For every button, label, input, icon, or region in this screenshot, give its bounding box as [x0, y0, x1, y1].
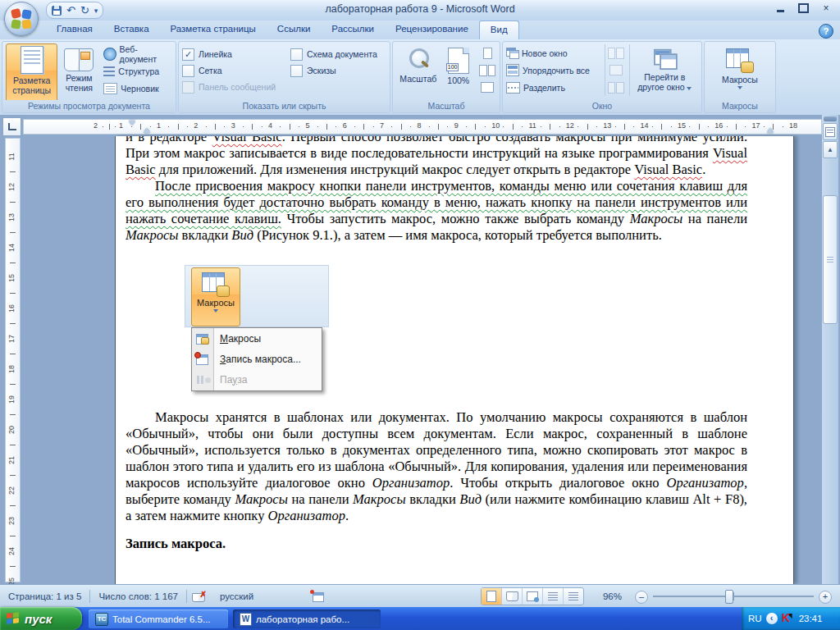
tab-glavnaya[interactable]: Главная	[46, 21, 103, 39]
kaspersky-icon[interactable]: K	[782, 613, 793, 624]
ruler-number: 15	[678, 121, 686, 130]
draft-view-button[interactable]: Черновик	[103, 80, 172, 97]
vertical-ruler[interactable]: 111213141516171819202122232425	[5, 138, 21, 582]
new-window-icon	[506, 48, 518, 58]
zoom-out-icon[interactable]: –	[635, 591, 648, 604]
checkbox-document-map[interactable]: Схема документа	[290, 46, 377, 62]
horizontal-ruler[interactable]: 21123456789101112131415161718	[23, 119, 822, 135]
outline-view-button[interactable]	[543, 588, 564, 605]
web-view-button[interactable]	[523, 588, 543, 605]
ruler-toggle-button[interactable]	[823, 123, 838, 140]
restore-button[interactable]	[796, 2, 810, 14]
menu-item-label: Пауза	[220, 374, 247, 386]
group-label: Макросы	[705, 100, 775, 112]
new-window-button[interactable]: Новое окно	[506, 44, 605, 62]
document-paragraph[interactable]: После присвоения макросу кнопки панели и…	[126, 178, 747, 244]
document-page[interactable]: и в редакторе Visual Basic. Первый спосо…	[115, 136, 794, 584]
group-window: Новое окно Упорядочить все Разделить	[502, 41, 702, 113]
zoom-100-button[interactable]: 100 100%	[441, 43, 477, 103]
hide-icons-chevron[interactable]: ‹	[766, 613, 778, 624]
group-label: Окно	[503, 100, 701, 112]
tab-rassylki[interactable]: Рассылки	[321, 21, 385, 39]
two-pages-button[interactable]	[478, 62, 496, 78]
macros-button[interactable]: Макросы	[710, 43, 769, 103]
ruler-number: 6	[343, 121, 347, 130]
tab-ssylki[interactable]: Ссылки	[267, 21, 322, 39]
group-macros: Макросы Макросы	[704, 41, 776, 113]
status-bar: Страница: 1 из 5 Число слов: 1 167 ✗ рус…	[0, 584, 840, 608]
language-bar[interactable]: RU	[748, 614, 762, 623]
reading-mode-button[interactable]: Режим чтения	[57, 43, 100, 103]
web-layout-button[interactable]: Веб-документ	[103, 45, 172, 62]
web-icon	[527, 591, 538, 601]
ruler-number: 14	[641, 121, 649, 130]
windows-flag-icon	[7, 612, 20, 625]
page-indicator[interactable]: Страница: 1 из 5	[0, 591, 89, 601]
checkbox-message-bar: Панель сообщений	[182, 79, 290, 95]
task-word-document[interactable]: W лабораторная рабо...	[233, 609, 381, 628]
document-paragraph[interactable]: и в редакторе Visual Basic. Первый спосо…	[126, 136, 747, 178]
language-indicator[interactable]: русский	[212, 591, 262, 601]
tab-recenzirovanie[interactable]: Рецензирование	[385, 21, 479, 39]
outline-view-button[interactable]: Структура	[103, 62, 172, 80]
page-width-button[interactable]	[478, 80, 496, 95]
close-button[interactable]: ×	[819, 2, 833, 14]
document-paragraph[interactable]: Макросы хранятся в шаблонах или документ…	[126, 409, 747, 524]
ruler-number: 8	[417, 121, 421, 130]
checkbox-gridlines[interactable]: Сетка	[182, 62, 290, 79]
ruler-number: 14	[7, 244, 16, 252]
task-total-commander[interactable]: TC Total Commander 6.5...	[89, 609, 228, 628]
tab-vid[interactable]: Вид	[479, 21, 519, 39]
menu-item-label: Запись макроса...	[220, 354, 301, 365]
first-line-indent-marker[interactable]	[129, 121, 135, 126]
document-text[interactable]: и в редакторе Visual Basic. Первый спосо…	[126, 136, 747, 552]
ruler-number: 17	[752, 121, 760, 130]
switch-windows-button[interactable]: Перейти в другое окно	[632, 44, 698, 103]
sync-scroll-icon	[609, 65, 623, 75]
checkbox-ruler[interactable]: ✓ Линейка	[182, 46, 290, 62]
vertical-scrollbar[interactable]: ▲	[822, 115, 838, 584]
reset-window-position-button	[607, 80, 625, 95]
tab-vstavka[interactable]: Вставка	[103, 21, 160, 39]
menu-item-macros[interactable]: Макросы	[192, 328, 322, 349]
total-commander-icon: TC	[95, 613, 108, 626]
office-button[interactable]	[4, 2, 39, 36]
ruler-number: 18	[789, 121, 797, 130]
zoom-button[interactable]: Масштаб	[396, 43, 441, 103]
ribbon: Разметка страницы Режим чтения Веб-докум…	[0, 39, 840, 116]
split-button[interactable]: Разделить	[506, 79, 605, 96]
scroll-up-button[interactable]: ▲	[823, 141, 838, 158]
office-logo-icon	[11, 8, 21, 19]
print-layout-icon	[21, 46, 43, 74]
web-layout-icon	[103, 48, 116, 61]
group-label: Показать или скрыть	[179, 100, 390, 112]
zoom-in-icon[interactable]: +	[819, 591, 832, 604]
ruler-number: 19	[7, 395, 16, 404]
draft-view-button[interactable]	[564, 588, 583, 605]
ruler-icon	[825, 127, 835, 137]
start-button[interactable]: пуск	[0, 607, 82, 630]
dropdown-arrow-icon	[737, 86, 742, 89]
minimize-button[interactable]	[773, 2, 788, 14]
checkbox-thumbnails[interactable]: Эскизы	[290, 62, 377, 79]
menu-item-record[interactable]: Запись макроса...	[192, 349, 322, 369]
reading-view-button[interactable]	[502, 588, 523, 605]
word-count[interactable]: Число слов: 1 167	[90, 591, 186, 601]
split-handle[interactable]	[824, 116, 837, 121]
scrollbar-thumb[interactable]	[823, 195, 838, 324]
outline-icon	[548, 592, 558, 600]
proofing-errors-icon[interactable]: ✗	[192, 591, 207, 602]
arrange-all-button[interactable]: Упорядочить все	[506, 62, 605, 79]
print-layout-view-button[interactable]	[482, 588, 502, 605]
zoom-percentage[interactable]: 96%	[603, 591, 622, 601]
one-page-button[interactable]	[478, 45, 496, 61]
left-indent-marker[interactable]	[144, 128, 150, 133]
dropdown-arrow-icon	[687, 87, 692, 90]
pause-icon	[196, 374, 209, 386]
macro-recording-icon[interactable]	[311, 591, 324, 602]
tab-razmetka[interactable]: Разметка страницы	[160, 21, 267, 39]
help-icon[interactable]: ?	[819, 24, 833, 39]
print-layout-button[interactable]: Разметка страницы	[6, 43, 57, 103]
tab-selector-button[interactable]	[2, 117, 21, 136]
zoom-slider-thumb[interactable]	[725, 590, 733, 604]
